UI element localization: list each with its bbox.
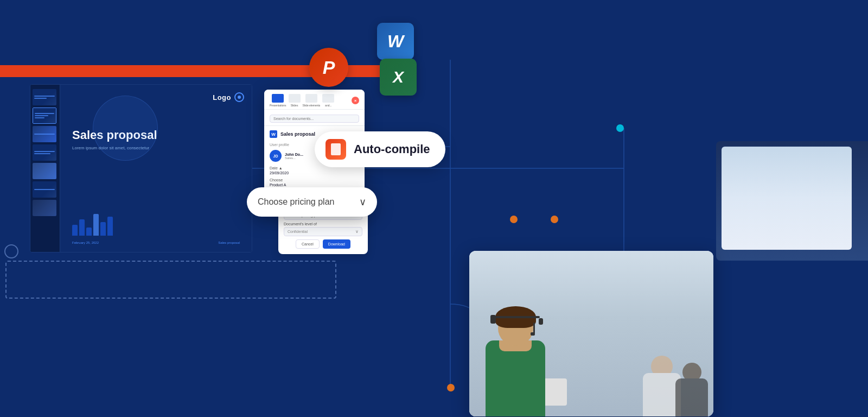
small-circle-left <box>4 244 18 258</box>
cancel-button[interactable]: Cancel <box>296 239 320 249</box>
logo-area: Logo <box>213 92 244 102</box>
slide-thumb-3[interactable] <box>33 126 56 142</box>
doc-title: Sales proposal <box>280 131 315 137</box>
confidentiality-label: Document's level of <box>284 222 362 226</box>
chevron-down-icon: ∨ <box>359 196 366 208</box>
slide-subtitle: Lorem ipsum dolor sit amet, consectetur <box>72 146 240 150</box>
person-photo <box>469 251 713 416</box>
tab-slides[interactable]: Slides <box>289 94 301 107</box>
form-panel-header: Presentations Slides Slide elements and.… <box>264 90 365 110</box>
confidentiality-field[interactable]: Confidential ∨ <box>284 227 362 236</box>
user-role: Sales... <box>285 156 303 160</box>
doc-icon: W <box>270 130 277 138</box>
slide-date-row: February 25, 2022 Sales proposal <box>72 241 240 244</box>
pricing-dropdown[interactable]: Choose pricing plan ∨ <box>247 187 377 217</box>
slide-thumb-1[interactable] <box>33 89 56 105</box>
form-actions: Cancel Download <box>284 239 362 249</box>
tab-presentations[interactable]: Presentations <box>270 94 286 107</box>
dashed-box <box>5 261 336 299</box>
pricing-label: Choose pricing plan <box>258 197 334 207</box>
compile-icon <box>326 139 346 160</box>
search-row <box>264 110 365 126</box>
slide-thumb-4[interactable] <box>33 144 56 161</box>
slide-thumb-6[interactable] <box>33 181 56 198</box>
slide-thumbnails <box>30 85 60 252</box>
compile-label: Auto-compile <box>354 142 430 156</box>
download-button[interactable]: Download <box>323 239 350 249</box>
main-slide: Logo Sales proposal Lorem ipsum dolor si… <box>60 85 252 252</box>
logo-label: Logo <box>213 93 231 102</box>
ms-excel-icon: X <box>380 59 417 96</box>
user-name: John Do... <box>285 153 303 156</box>
ms-powerpoint-icon: P <box>309 48 348 87</box>
search-input[interactable] <box>270 115 359 123</box>
logo-icon <box>234 92 244 102</box>
slide-thumb-5[interactable] <box>33 163 56 179</box>
presentation-panel: Logo Sales proposal Lorem ipsum dolor si… <box>30 84 252 252</box>
choose-label: Choose <box>270 178 359 182</box>
close-button[interactable]: × <box>352 97 359 104</box>
choose-value: Product A <box>270 183 359 187</box>
date-value: 29/09/2020 <box>270 171 359 175</box>
auto-compile-button[interactable]: Auto-compile <box>315 131 445 167</box>
ms-word-icon: W <box>377 23 414 60</box>
tab-slide-elements[interactable]: Slide elements <box>303 94 321 107</box>
light-panel <box>722 147 852 250</box>
slide-thumb-7[interactable] <box>33 200 56 216</box>
user-avatar: JD <box>270 150 282 162</box>
tab-more[interactable]: and... <box>322 94 334 107</box>
slide-thumb-2[interactable] <box>33 108 56 124</box>
confidentiality-chevron-icon: ∨ <box>355 229 359 234</box>
